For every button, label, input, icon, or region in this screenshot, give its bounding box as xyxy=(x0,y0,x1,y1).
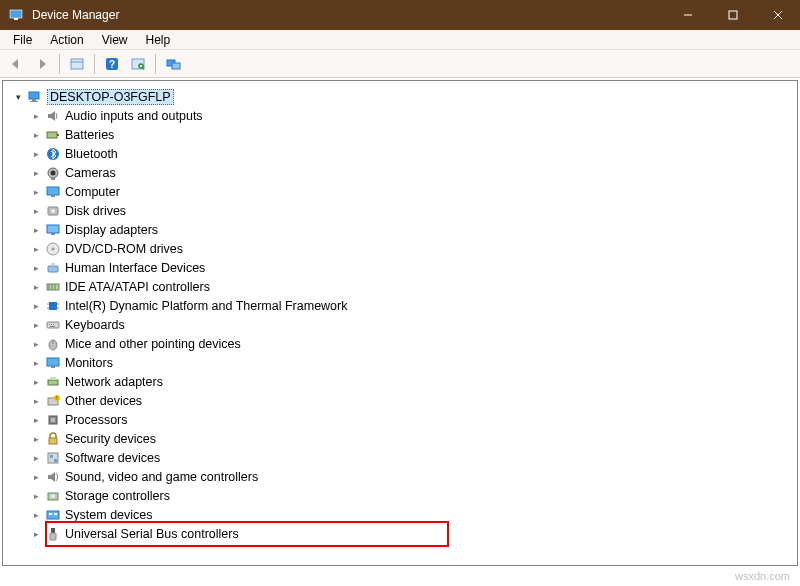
chevron-right-icon[interactable]: ▸ xyxy=(29,109,43,123)
svg-rect-50 xyxy=(47,358,59,366)
tree-node-ide-ata-atapi-controllers[interactable]: ▸IDE ATA/ATAPI controllers xyxy=(29,277,789,296)
other-icon: ! xyxy=(45,393,61,409)
tree-root-node[interactable]: ▾DESKTOP-O3FGFLP xyxy=(11,87,789,106)
tree-node-keyboards[interactable]: ▸Keyboards xyxy=(29,315,789,334)
tree-node-intel-r-dynamic-platform-and-thermal-framework[interactable]: ▸Intel(R) Dynamic Platform and Thermal F… xyxy=(29,296,789,315)
tree-node-dvd-cd-rom-drives[interactable]: ▸DVD/CD-ROM drives xyxy=(29,239,789,258)
svg-text:!: ! xyxy=(56,395,57,401)
tree-node-label: IDE ATA/ATAPI controllers xyxy=(65,280,210,294)
tree-node-label: Storage controllers xyxy=(65,489,170,503)
tree-node-software-devices[interactable]: ▸Software devices xyxy=(29,448,789,467)
chevron-right-icon[interactable]: ▸ xyxy=(29,413,43,427)
tree-node-audio-inputs-and-outputs[interactable]: ▸Audio inputs and outputs xyxy=(29,106,789,125)
maximize-button[interactable] xyxy=(710,0,755,30)
tree-node-network-adapters[interactable]: ▸Network adapters xyxy=(29,372,789,391)
tree-node-label: Computer xyxy=(65,185,120,199)
menu-view[interactable]: View xyxy=(93,31,137,49)
tree-node-monitors[interactable]: ▸Monitors xyxy=(29,353,789,372)
svg-rect-68 xyxy=(51,528,55,533)
chevron-right-icon[interactable]: ▸ xyxy=(29,489,43,503)
svg-rect-29 xyxy=(51,233,55,235)
chevron-right-icon[interactable]: ▸ xyxy=(29,299,43,313)
ide-icon xyxy=(45,279,61,295)
battery-icon xyxy=(45,127,61,143)
tree-node-label: Keyboards xyxy=(65,318,125,332)
chevron-right-icon[interactable]: ▸ xyxy=(29,128,43,142)
keyboard-icon xyxy=(45,317,61,333)
tree-node-storage-controllers[interactable]: ▸Storage controllers xyxy=(29,486,789,505)
devices-button[interactable] xyxy=(161,52,185,76)
svg-rect-52 xyxy=(48,380,58,385)
chevron-right-icon[interactable]: ▸ xyxy=(29,470,43,484)
scan-button[interactable] xyxy=(126,52,150,76)
chevron-right-icon[interactable]: ▸ xyxy=(29,394,43,408)
tree-node-bluetooth[interactable]: ▸Bluetooth xyxy=(29,144,789,163)
tree-node-disk-drives[interactable]: ▸Disk drives xyxy=(29,201,789,220)
forward-button[interactable] xyxy=(30,52,54,76)
chevron-right-icon[interactable]: ▸ xyxy=(29,432,43,446)
svg-rect-53 xyxy=(50,377,56,380)
chevron-right-icon[interactable]: ▸ xyxy=(29,318,43,332)
menu-file[interactable]: File xyxy=(4,31,41,49)
svg-rect-14 xyxy=(172,63,180,69)
chevron-right-icon[interactable]: ▸ xyxy=(29,280,43,294)
chevron-right-icon[interactable]: ▸ xyxy=(29,185,43,199)
menu-help[interactable]: Help xyxy=(137,31,180,49)
help-button[interactable]: ? xyxy=(100,52,124,76)
lock-icon xyxy=(45,431,61,447)
bluetooth-icon xyxy=(45,146,61,162)
svg-rect-23 xyxy=(51,178,55,180)
chevron-right-icon[interactable]: ▸ xyxy=(29,375,43,389)
chevron-right-icon[interactable]: ▸ xyxy=(29,147,43,161)
tree-node-label: Software devices xyxy=(65,451,160,465)
minimize-button[interactable] xyxy=(665,0,710,30)
tree-node-human-interface-devices[interactable]: ▸Human Interface Devices xyxy=(29,258,789,277)
svg-rect-59 xyxy=(49,438,57,444)
tree-node-system-devices[interactable]: ▸System devices xyxy=(29,505,789,524)
tree-node-mice-and-other-pointing-devices[interactable]: ▸Mice and other pointing devices xyxy=(29,334,789,353)
chevron-right-icon[interactable]: ▸ xyxy=(29,337,43,351)
tree-node-label: System devices xyxy=(65,508,153,522)
tree-node-security-devices[interactable]: ▸Security devices xyxy=(29,429,789,448)
tree-node-label: Human Interface Devices xyxy=(65,261,205,275)
back-button[interactable] xyxy=(4,52,28,76)
app-icon xyxy=(8,7,24,23)
network-icon xyxy=(45,374,61,390)
camera-icon xyxy=(45,165,61,181)
chevron-right-icon[interactable]: ▸ xyxy=(29,223,43,237)
chevron-right-icon[interactable]: ▸ xyxy=(29,356,43,370)
tree-node-batteries[interactable]: ▸Batteries xyxy=(29,125,789,144)
chevron-right-icon[interactable]: ▸ xyxy=(29,242,43,256)
tree-node-label: Monitors xyxy=(65,356,113,370)
window-title: Device Manager xyxy=(32,8,665,22)
tree-node-processors[interactable]: ▸Processors xyxy=(29,410,789,429)
tree-node-universal-serial-bus-controllers[interactable]: ▸Universal Serial Bus controllers xyxy=(29,524,789,543)
cpu-icon xyxy=(45,412,61,428)
chevron-right-icon[interactable]: ▸ xyxy=(29,204,43,218)
chevron-down-icon[interactable]: ▾ xyxy=(11,90,25,104)
svg-rect-66 xyxy=(49,513,52,515)
chevron-right-icon[interactable]: ▸ xyxy=(29,451,43,465)
tree-node-computer[interactable]: ▸Computer xyxy=(29,182,789,201)
svg-rect-24 xyxy=(47,187,59,195)
svg-rect-17 xyxy=(30,101,38,102)
menu-action[interactable]: Action xyxy=(41,31,92,49)
close-button[interactable] xyxy=(755,0,800,30)
tree-node-label: Network adapters xyxy=(65,375,163,389)
svg-point-31 xyxy=(52,247,55,250)
svg-rect-67 xyxy=(54,513,57,515)
chevron-right-icon[interactable]: ▸ xyxy=(29,261,43,275)
chevron-right-icon[interactable]: ▸ xyxy=(29,508,43,522)
tree-node-label: Display adapters xyxy=(65,223,158,237)
chevron-right-icon[interactable]: ▸ xyxy=(29,166,43,180)
chevron-right-icon[interactable]: ▸ xyxy=(29,527,43,541)
svg-rect-15 xyxy=(29,92,39,99)
tree-node-cameras[interactable]: ▸Cameras xyxy=(29,163,789,182)
tree-node-other-devices[interactable]: ▸!Other devices xyxy=(29,391,789,410)
tree-node-display-adapters[interactable]: ▸Display adapters xyxy=(29,220,789,239)
tree-node-label: Sound, video and game controllers xyxy=(65,470,258,484)
properties-button[interactable] xyxy=(65,52,89,76)
svg-rect-18 xyxy=(47,132,57,138)
tree-node-sound-video-and-game-controllers[interactable]: ▸Sound, video and game controllers xyxy=(29,467,789,486)
tree-node-label: Batteries xyxy=(65,128,114,142)
